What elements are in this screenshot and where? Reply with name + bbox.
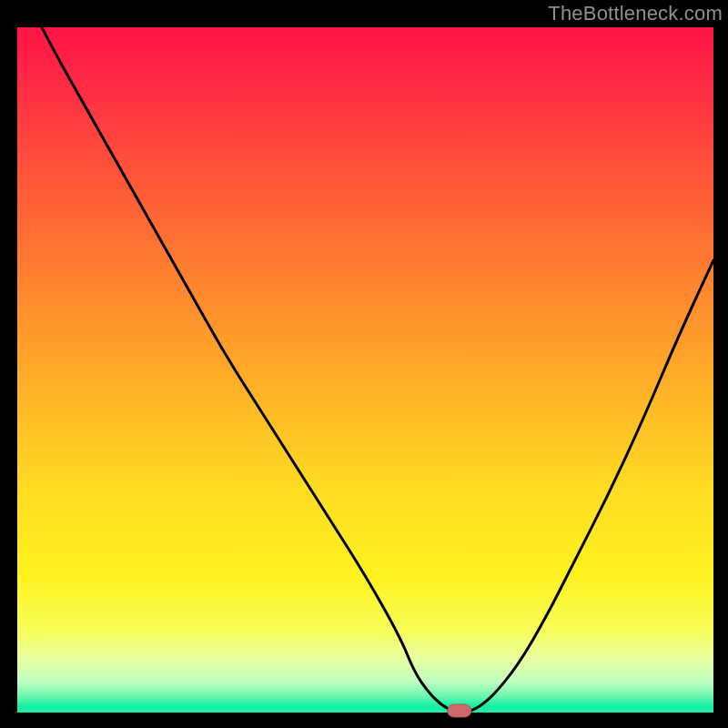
- optimal-marker: [448, 704, 471, 717]
- bottleneck-chart: TheBottleneck.com: [0, 0, 728, 728]
- chart-svg: [0, 0, 728, 728]
- watermark: TheBottleneck.com: [548, 2, 723, 25]
- plot-area: [17, 27, 713, 713]
